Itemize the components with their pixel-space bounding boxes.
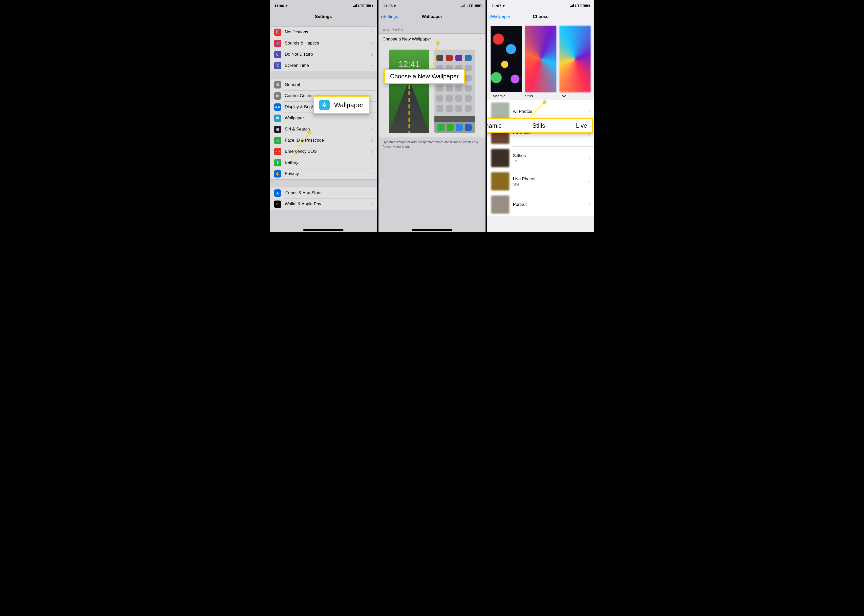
appstore-icon: A [274, 189, 281, 197]
display-icon: AA [274, 104, 281, 111]
album-portrait[interactable]: Portrait› [487, 193, 594, 216]
chevron-right-icon: › [480, 36, 482, 42]
chevron-right-icon: › [588, 178, 590, 185]
album-selfies[interactable]: Selfies19› [487, 146, 594, 170]
album-count: 564 [513, 182, 588, 186]
settings-row-battery[interactable]: ▮Battery› [270, 157, 377, 168]
settings-row-do-not-disturb[interactable]: ☾Do Not Disturb› [270, 49, 377, 60]
category-dynamic[interactable]: Dynamic [491, 26, 522, 98]
callout-text: Choose a New Wallpaper [390, 73, 459, 80]
callout-categories: Dynamic Stills Live [486, 118, 593, 133]
battery-icon: ▮ [274, 159, 281, 167]
category-thumb [491, 26, 522, 92]
battery-icon [475, 4, 481, 7]
settings-row-notifications[interactable]: ☐Notifications› [270, 27, 377, 38]
settings-row-itunes-app-store[interactable]: AiTunes & App Store› [270, 187, 377, 198]
page-title: Choose [533, 14, 549, 19]
row-label: General [285, 82, 371, 87]
category-label: Live [559, 94, 591, 98]
chevron-right-icon: › [371, 115, 373, 121]
signal-icon [461, 4, 465, 7]
chevron-right-icon: › [371, 104, 373, 110]
chevron-right-icon: › [588, 155, 590, 161]
chevron-right-icon: › [371, 93, 373, 99]
category-stills[interactable]: Stills [525, 26, 556, 98]
status-bar: 11:07➤ LTE [487, 0, 594, 11]
home-screen-preview[interactable] [434, 50, 475, 133]
settings-row-sounds-haptics[interactable]: 🔊Sounds & Haptics› [270, 38, 377, 49]
category-thumb [525, 26, 556, 92]
back-button[interactable]: ‹Settings [381, 13, 398, 20]
category-label: Stills [525, 94, 556, 98]
photo-albums: All Photos›Favorites1›Selfies19›Live Pho… [487, 100, 594, 216]
wallpaper-screen: 11:06➤ LTE ‹Settings Wallpaper WALLPAPER… [378, 0, 486, 232]
status-bar: 11:06➤ LTE [270, 0, 377, 11]
album-name: Portrait [513, 202, 588, 207]
lock-screen-preview[interactable]: 12:41 [389, 50, 429, 133]
callout-text: Live [576, 122, 587, 129]
chevron-right-icon: › [371, 148, 373, 155]
wallpaper-categories: Dynamic Stills Live [487, 22, 594, 100]
back-button[interactable]: ‹Wallpaper [489, 13, 510, 20]
network-type: LTE [358, 3, 365, 8]
chevron-right-icon: › [371, 170, 373, 177]
settings-group-3: AiTunes & App Store›▭Wallet & Apple Pay› [270, 187, 377, 210]
album-count: 19 [513, 159, 588, 163]
status-time: 11:06 [274, 3, 284, 8]
status-bar: 11:06➤ LTE [378, 0, 486, 11]
signal-icon [353, 4, 357, 7]
row-label: Privacy [285, 171, 371, 176]
sounds-icon: 🔊 [274, 40, 281, 47]
nav-bar: ‹Settings Wallpaper [378, 11, 486, 22]
chevron-right-icon: › [371, 62, 373, 69]
album-live-photos[interactable]: Live Photos564› [487, 170, 594, 193]
settings-row-wallet-apple-pay[interactable]: ▭Wallet & Apple Pay› [270, 198, 377, 210]
callout-text: Dynamic [486, 122, 502, 129]
nav-bar: ‹Wallpaper Choose [487, 11, 594, 22]
chevron-right-icon: › [371, 40, 373, 47]
home-indicator[interactable] [412, 229, 452, 231]
home-indicator[interactable] [303, 229, 343, 231]
choose-new-wallpaper-row[interactable]: Choose a New Wallpaper › [378, 34, 486, 45]
status-time: 11:06 [383, 3, 393, 8]
settings-row-general[interactable]: ⚙General› [270, 79, 377, 90]
lock-time: 12:41 [398, 59, 420, 69]
callout-dot [436, 41, 439, 44]
chevron-right-icon: › [371, 190, 373, 196]
back-label: Settings [382, 14, 398, 19]
network-type: LTE [575, 3, 582, 8]
signal-icon [570, 4, 574, 7]
faceid-icon: ☺ [274, 137, 281, 144]
album-name: Selfies [513, 153, 588, 158]
album-name: All Photos [513, 109, 588, 114]
chevron-right-icon: › [588, 108, 590, 115]
general-icon: ⚙ [274, 81, 281, 88]
callout-text: Wallpaper [334, 101, 364, 109]
callout-text: Stills [532, 122, 545, 129]
category-live[interactable]: Live [559, 26, 591, 98]
location-icon: ➤ [393, 4, 397, 8]
siri-icon: ◉ [274, 126, 281, 133]
settings-row-privacy[interactable]: ✋Privacy› [270, 168, 377, 179]
chevron-right-icon: › [371, 126, 373, 132]
screentime-icon: ⌛ [274, 62, 281, 69]
dnd-icon: ☾ [274, 51, 281, 58]
settings-group-1: ☐Notifications›🔊Sounds & Haptics›☾Do Not… [270, 26, 377, 71]
row-label: Choose a New Wallpaper [382, 37, 480, 42]
nav-bar: Settings [270, 11, 377, 22]
back-label: Wallpaper [491, 14, 510, 19]
settings-row-emergency-sos[interactable]: SOSEmergency SOS› [270, 146, 377, 157]
wallpaper-icon: ✲ [274, 115, 281, 122]
battery-icon [366, 4, 372, 7]
settings-row-face-id-passcode[interactable]: ☺Face ID & Passcode› [270, 135, 377, 146]
row-label: Sounds & Haptics [285, 41, 371, 46]
row-label: Siri & Search [285, 127, 371, 132]
settings-row-siri-search[interactable]: ◉Siri & Search› [270, 124, 377, 135]
album-name: Live Photos [513, 176, 588, 182]
wallpaper-previews: 12:41 [378, 45, 486, 138]
settings-screen: 11:06➤ LTE Settings ☐Notifications›🔊Soun… [269, 0, 378, 232]
row-label: Face ID & Passcode [285, 138, 371, 143]
chevron-right-icon: › [371, 201, 373, 207]
choose-group: Choose a New Wallpaper › [378, 33, 486, 45]
settings-row-screen-time[interactable]: ⌛Screen Time› [270, 60, 377, 71]
